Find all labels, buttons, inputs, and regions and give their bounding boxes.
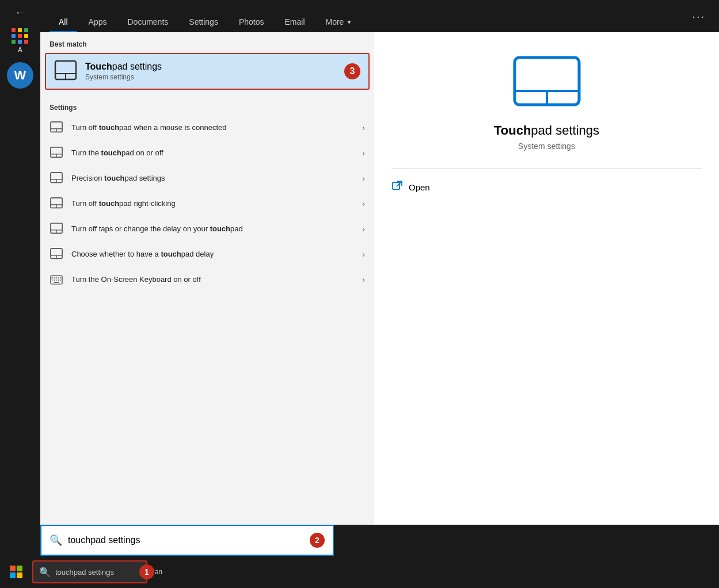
- result-item-7-text: Turn the On-Screen Keyboard on or off: [71, 274, 354, 285]
- keyboard-icon: [50, 273, 63, 287]
- touchpad-small-icon-2: [50, 146, 63, 160]
- touchpad-small-icon-4: [50, 197, 63, 211]
- dot-9: [24, 40, 28, 44]
- result-item-2-text: Turn the touchpad on or off: [71, 148, 354, 158]
- result-arrow-4: ›: [362, 199, 365, 208]
- search-icon: 🔍: [50, 534, 62, 547]
- right-detail-panel: Touchpad settings System settings Open: [374, 32, 719, 525]
- dot-1: [12, 28, 16, 32]
- best-match-label: Best match: [40, 32, 374, 53]
- result-item-3-text: Precision touchpad settings: [71, 173, 354, 184]
- windows-start-button[interactable]: [0, 556, 32, 588]
- back-button[interactable]: ←: [14, 6, 26, 19]
- result-arrow-5: ›: [362, 224, 365, 234]
- chevron-down-icon: ▼: [346, 19, 352, 25]
- tab-email[interactable]: Email: [275, 13, 314, 32]
- tab-documents[interactable]: Documents: [118, 13, 177, 32]
- result-arrow-6: ›: [362, 250, 365, 259]
- result-item-1[interactable]: Turn off touchpad when a mouse is connec…: [40, 115, 374, 140]
- dot-7: [12, 40, 16, 44]
- result-arrow-2: ›: [362, 148, 365, 158]
- dot-3: [24, 28, 28, 32]
- touchpad-icon: [54, 60, 77, 83]
- touchpad-small-icon-5: [50, 222, 63, 236]
- detail-title: Touchpad settings: [494, 123, 599, 138]
- result-item-6-text: Choose whether to have a touchpad delay: [71, 249, 354, 259]
- search-input-container: 🔍 touchpad settings 2: [40, 525, 334, 556]
- windows-logo-icon: [10, 566, 22, 578]
- step-2-badge: 2: [310, 533, 325, 548]
- nav-bar: All Apps Documents Settings Photos Email…: [40, 0, 719, 32]
- detail-touchpad-icon: [512, 55, 581, 109]
- apps-grid-icon: [12, 28, 29, 44]
- dot-4: [12, 34, 16, 38]
- dot-6: [24, 34, 28, 38]
- settings-section-label: Settings: [40, 97, 374, 115]
- best-match-subtitle: System settings: [85, 73, 360, 81]
- open-icon: [391, 180, 403, 194]
- touchpad-small-icon-1: [50, 121, 63, 135]
- taskbar-lan-text: lan: [153, 568, 162, 576]
- tab-apps[interactable]: Apps: [79, 13, 116, 32]
- open-button[interactable]: Open: [391, 180, 430, 194]
- step-1-badge: 1: [139, 564, 154, 579]
- open-label: Open: [409, 182, 430, 192]
- apps-label: A: [18, 46, 22, 53]
- result-item-5-text: Turn off taps or change the delay on you…: [71, 224, 354, 234]
- touchpad-small-icon-6: [50, 247, 63, 261]
- tab-settings[interactable]: Settings: [180, 13, 227, 32]
- more-options-button[interactable]: ···: [687, 5, 710, 28]
- result-arrow-7: ›: [362, 275, 365, 284]
- result-item-5[interactable]: Turn off taps or change the delay on you…: [40, 216, 374, 242]
- left-results-panel: Best match Touchpad settings System sett…: [40, 32, 374, 525]
- dot-2: [18, 28, 22, 32]
- search-input-value[interactable]: touchpad settings: [68, 535, 304, 545]
- taskbar: 🔍 touchpad settings 1 lan: [0, 556, 719, 588]
- best-match-title: Touchpad settings: [85, 62, 360, 72]
- best-match-item[interactable]: Touchpad settings System settings 3: [45, 53, 370, 90]
- touchpad-small-icon-3: [50, 171, 63, 185]
- taskbar-search-icon: 🔍: [39, 567, 51, 578]
- apps-launcher[interactable]: A: [12, 28, 29, 53]
- dot-5: [18, 34, 22, 38]
- tab-more[interactable]: More ▼: [317, 13, 362, 32]
- tab-photos[interactable]: Photos: [230, 13, 273, 32]
- step-3-badge: 3: [344, 63, 360, 79]
- taskbar-search-box[interactable]: 🔍 touchpad settings 1: [32, 560, 147, 583]
- result-arrow-3: ›: [362, 174, 365, 183]
- result-item-7[interactable]: Turn the On-Screen Keyboard on or off ›: [40, 267, 374, 292]
- result-arrow-1: ›: [362, 123, 365, 132]
- result-item-1-text: Turn off touchpad when a mouse is connec…: [71, 123, 354, 133]
- detail-divider: [391, 168, 702, 169]
- result-item-6[interactable]: Choose whether to have a touchpad delay …: [40, 242, 374, 267]
- result-item-2[interactable]: Turn the touchpad on or off ›: [40, 140, 374, 166]
- sidebar: ← A W: [0, 0, 40, 556]
- dot-8: [18, 40, 22, 44]
- wordpress-icon[interactable]: W: [7, 62, 33, 89]
- result-item-3[interactable]: Precision touchpad settings ›: [40, 166, 374, 191]
- result-item-4[interactable]: Turn off touchpad right-clicking ›: [40, 191, 374, 216]
- result-item-4-text: Turn off touchpad right-clicking: [71, 198, 354, 209]
- best-match-info: Touchpad settings System settings: [85, 62, 360, 81]
- svg-rect-46: [393, 182, 400, 189]
- svg-rect-32: [54, 282, 59, 283]
- taskbar-search-text: touchpad settings: [55, 568, 114, 576]
- tab-all[interactable]: All: [50, 13, 77, 32]
- detail-subtitle: System settings: [518, 142, 575, 151]
